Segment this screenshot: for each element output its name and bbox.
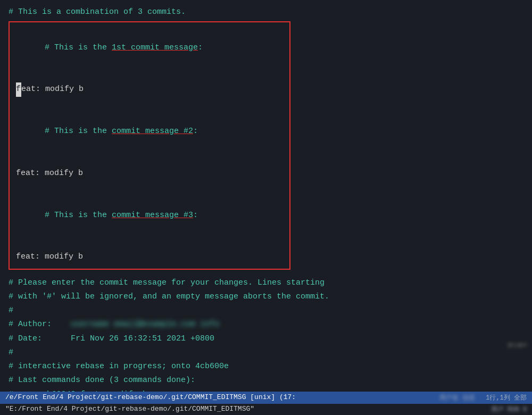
blank-line-5	[16, 236, 283, 250]
footer-comment-last-cmds: # Last commands done (3 commands done):	[9, 374, 523, 387]
footer-comment-date: # Date: Fri Nov 26 16:32:51 2021 +0800	[9, 332, 523, 346]
footer-comment-5: #	[9, 346, 523, 360]
commit-msg-3-underline: commit message #3	[112, 211, 193, 220]
commit-msg-2-underline: commit message #2	[112, 127, 193, 136]
footer-comment-2: # with '#' will be ignored, and an empty…	[9, 290, 523, 304]
footer-comments: # Please enter the commit message for yo…	[9, 276, 523, 392]
footer-comment-1: # Please enter the commit message for yo…	[9, 276, 523, 290]
editor-area: # This is a combination of 3 commits. # …	[0, 0, 532, 392]
vim-bottom-path: "E:/Front End/4 Project/git-rebase-demo/…	[5, 405, 254, 413]
blurred-user-right: 用户名 信息	[439, 393, 475, 402]
text-cursor: f	[16, 82, 21, 96]
commit-msg-2-body: feat: modify b	[16, 167, 283, 180]
status-right: 用户名 信息 1行,1列 全部	[439, 393, 527, 402]
footer-comment-3: #	[9, 304, 523, 318]
vim-cmd-line: "E:/Front End/4 Project/git-rebase-demo/…	[0, 404, 532, 415]
footer-comment-rebase: # interactive rebase in progress; onto 4…	[9, 360, 523, 374]
author-blurred: username email@example.com info	[71, 320, 219, 329]
blank-line-2	[16, 97, 283, 111]
blurred-bottom-right: 用户 RUN 9	[491, 405, 527, 414]
commit-msg-2-header: # This is the commit message #2:	[16, 111, 283, 153]
vim-status-bar: /e/Front End/4 Project/git-rebase-demo/.…	[0, 392, 532, 404]
commit-msg-1-underline: 1st commit message	[112, 43, 198, 52]
footer-comment-author: # Author: username email@example.com inf…	[9, 318, 523, 331]
footer-comment-cmd1: # s eb63848 feat: modify b	[9, 388, 523, 392]
blank-line-3	[16, 153, 283, 167]
blank-line-4	[16, 180, 283, 194]
file-path-status: /e/Front End/4 Project/git-rebase-demo/.…	[5, 393, 296, 402]
commit-msg-1-header: # This is the 1st commit message:	[16, 27, 283, 69]
watermark: 图注解9	[508, 342, 527, 349]
blank-line-1	[16, 69, 283, 82]
commit-msg-1-body: feat: modify b	[16, 82, 283, 96]
line-col-info: 1行,1列 全部	[486, 393, 527, 402]
top-comment-line: # This is a combination of 3 commits.	[9, 5, 523, 19]
commit-msg-3-body: feat: modify b	[16, 250, 283, 264]
commit-msg-3-header: # This is the commit message #3:	[16, 194, 283, 236]
red-box-selection: # This is the 1st commit message: feat: …	[9, 21, 290, 269]
